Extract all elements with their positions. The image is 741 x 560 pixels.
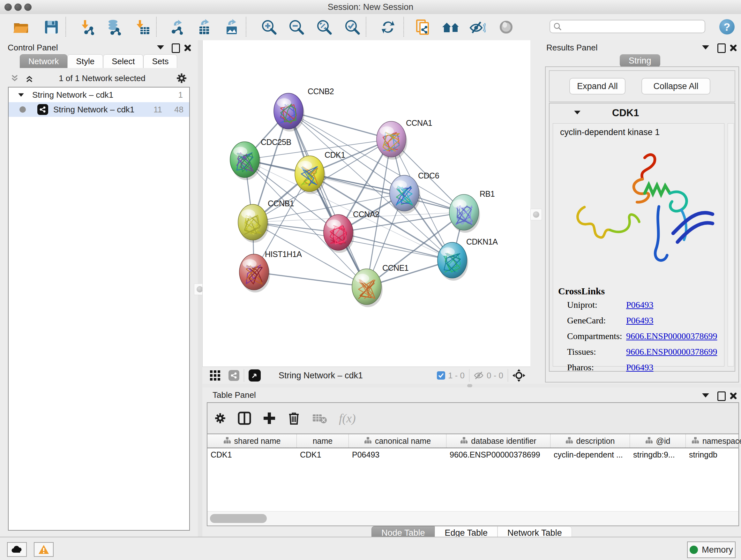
export-network-icon[interactable] (169, 19, 185, 36)
column-header-name[interactable]: name (297, 434, 349, 448)
float-panel-icon[interactable] (718, 44, 726, 53)
expand-all-icon[interactable] (25, 73, 38, 84)
import-network-database-icon[interactable] (105, 19, 122, 36)
network-node-CDKN1A[interactable]: CDKN1A (437, 237, 498, 281)
tab-sets[interactable]: Sets (143, 54, 177, 68)
close-panel-icon[interactable] (730, 392, 737, 399)
float-panel-icon[interactable] (718, 391, 726, 401)
splitter-handle[interactable] (530, 209, 542, 220)
toolbar-separator (246, 17, 246, 37)
network-node-CCNA1[interactable]: CCNA1 (377, 118, 432, 160)
network-type-icon[interactable] (228, 370, 239, 381)
crosslink-link[interactable]: P06493 (626, 315, 654, 326)
control-panel-tabs: NetworkStyleSelectSets (20, 54, 177, 68)
network-node-HIST1H1A[interactable]: HIST1H1A (239, 250, 302, 293)
crosslink-link[interactable]: P06493 (626, 362, 654, 373)
float-panel-icon[interactable] (172, 44, 180, 53)
network-node-CCNA2[interactable]: CCNA2 (324, 210, 379, 253)
scrollbar-thumb[interactable] (210, 514, 267, 523)
collapse-all-icon[interactable] (11, 73, 23, 84)
results-splitter[interactable] (530, 40, 543, 384)
tab-style[interactable]: Style (67, 54, 103, 68)
panel-menu-icon[interactable] (702, 393, 709, 397)
vertical-splitter[interactable] (198, 40, 202, 537)
open-session-icon[interactable] (13, 19, 29, 36)
table-cell[interactable]: P06493 (349, 448, 447, 462)
splitter-handle[interactable] (467, 384, 472, 387)
home-networks-icon[interactable] (441, 19, 461, 36)
close-panel-icon[interactable] (730, 44, 737, 51)
column-header-namespace[interactable]: namespace (686, 434, 741, 448)
tab-select[interactable]: Select (103, 54, 143, 68)
table-cell[interactable]: CDK1 (297, 448, 349, 462)
hide-unhide-icon[interactable] (469, 19, 486, 36)
crosslink-link[interactable]: 9606.ENSP00000378699 (626, 347, 717, 357)
expand-collection-icon[interactable] (18, 93, 24, 97)
network-node-CDC6[interactable]: CDC6 (390, 171, 439, 213)
column-header-shared-name[interactable]: shared name (207, 434, 297, 448)
warning-status-button[interactable] (34, 542, 54, 557)
copy-documents-icon[interactable] (415, 19, 431, 36)
birdseye-view-icon[interactable] (249, 369, 261, 381)
network-edge[interactable] (288, 111, 367, 287)
table-horizontal-scrollbar[interactable] (207, 511, 738, 525)
panel-menu-icon[interactable] (702, 45, 709, 50)
network-node-CCNE1[interactable]: CCNE1 (352, 263, 408, 307)
table-cell[interactable]: cyclin-dependent ... (550, 448, 630, 462)
zoom-fit-icon[interactable] (316, 19, 333, 36)
crosslink-link[interactable]: P06493 (626, 300, 654, 310)
import-table-file-icon[interactable] (134, 19, 151, 36)
network-node-CDC25B[interactable]: CDC25B (230, 138, 291, 180)
table-cell[interactable]: 9606.ENSP00000378699 (447, 448, 550, 462)
export-table-icon[interactable] (196, 19, 212, 36)
network-edge[interactable] (310, 174, 464, 212)
panel-menu-icon[interactable] (157, 45, 164, 50)
memory-button[interactable]: Memory (687, 542, 736, 558)
column-header-canonical-name[interactable]: canonical name (349, 434, 447, 448)
expand-all-button[interactable]: Expand All (569, 78, 625, 95)
selected-checkbox-icon[interactable] (436, 371, 446, 380)
network-node-CDK1[interactable]: CDK1 (295, 150, 345, 194)
network-graph[interactable]: CCNB2CCNA1CDC25BCDK1CDC6RB1CCNB1CCNA2CDK… (203, 40, 531, 367)
network-row-selected[interactable]: String Network – cdk1 11 48 (9, 102, 189, 117)
horizontal-splitter[interactable] (202, 384, 741, 388)
save-session-icon[interactable] (43, 19, 60, 36)
column-header-@id[interactable]: @id (630, 434, 686, 448)
network-collection-row[interactable]: String Network – cdk1 1 (9, 87, 189, 102)
pan-crosshair-icon[interactable] (513, 369, 525, 382)
results-scrollbar[interactable] (728, 123, 734, 367)
network-node-RB1[interactable]: RB1 (449, 189, 495, 233)
close-panel-icon[interactable] (184, 44, 192, 51)
export-image-icon[interactable] (223, 19, 239, 36)
tab-network[interactable]: Network (20, 54, 67, 68)
delete-column-icon[interactable] (287, 411, 300, 425)
collapse-section-icon[interactable] (574, 111, 581, 115)
zoom-out-icon[interactable] (288, 19, 305, 36)
table-header-row[interactable]: shared namenamecanonical namedatabase id… (207, 434, 738, 448)
network-canvas[interactable]: CCNB2CCNA1CDC25BCDK1CDC6RB1CCNB1CCNA2CDK… (202, 40, 531, 367)
show-columns-icon[interactable] (238, 411, 252, 425)
grid-view-icon[interactable] (209, 370, 221, 381)
add-column-icon[interactable] (262, 411, 276, 425)
import-network-file-icon[interactable] (79, 19, 96, 36)
help-button[interactable]: ? (719, 19, 735, 35)
crosslink-link[interactable]: 9606.ENSP00000378699 (626, 331, 717, 341)
function-builder-icon: f(x) (339, 411, 356, 425)
table-cell[interactable]: stringdb:9... (630, 448, 686, 462)
network-options-gear-icon[interactable] (176, 72, 188, 84)
show-hidden-icon[interactable] (498, 19, 515, 36)
refresh-icon[interactable] (380, 19, 396, 36)
table-cell[interactable]: stringdb (686, 448, 741, 462)
tab-string[interactable]: String (620, 54, 660, 67)
table-options-gear-icon[interactable] (214, 412, 226, 425)
column-header-database-identifier[interactable]: database identifier (447, 434, 550, 448)
zoom-in-icon[interactable] (261, 19, 277, 36)
network-edge[interactable] (254, 272, 367, 287)
collapse-all-button[interactable]: Collapse All (642, 78, 711, 95)
cloud-status-button[interactable] (7, 542, 27, 557)
search-input[interactable] (562, 22, 697, 31)
column-header-description[interactable]: description (550, 434, 630, 448)
table-row[interactable]: CDK1CDK1P064939606.ENSP00000378699cyclin… (207, 448, 738, 462)
table-cell[interactable]: CDK1 (207, 448, 297, 462)
zoom-selected-icon[interactable] (344, 19, 360, 36)
